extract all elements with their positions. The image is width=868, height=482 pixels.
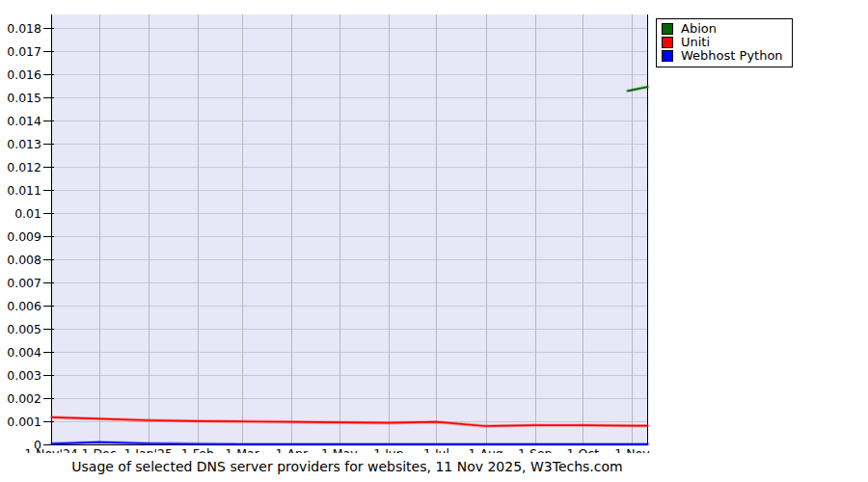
y-axis-tick-label: 0.016 [7, 67, 41, 82]
y-axis-tick-label: 0.011 [7, 183, 41, 198]
y-axis-tick-label: 0.018 [7, 21, 41, 36]
x-axis-tick-label: 1 Oct [567, 446, 600, 453]
x-axis-tick-label: 1 May [321, 446, 358, 453]
legend-label: Uniti [681, 36, 710, 49]
y-axis-tick-label: 0.005 [7, 322, 41, 336]
legend-item-uniti: Uniti [662, 36, 786, 49]
legend-label: Abion [681, 22, 717, 36]
x-axis-tick-label: 1 Nov [614, 446, 650, 453]
y-axis-tick-label: 0.015 [7, 91, 41, 105]
x-axis-tick-label: 1 Jan'25 [123, 446, 173, 453]
x-axis-tick-label: 1 Aug [468, 446, 502, 453]
legend-swatch-icon [662, 23, 673, 35]
chart-caption: Usage of selected DNS server providers f… [71, 459, 622, 474]
x-axis-tick-label: 1 Dec [81, 446, 116, 453]
y-axis-tick-label: 0.014 [7, 114, 41, 128]
y-axis-tick-label: 0.013 [7, 137, 41, 151]
chart-plot: 00.0010.0020.0030.0040.0050.0060.0070.00… [0, 0, 868, 453]
legend-item-webhost-python: Webhost Python [662, 49, 786, 63]
y-axis-tick-label: 0.009 [7, 229, 41, 244]
x-axis-tick-label: 1 Jun [373, 446, 403, 453]
y-axis-tick-label: 0.006 [7, 299, 41, 313]
y-axis-tick-label: 0.001 [7, 415, 41, 429]
plot-area [51, 14, 648, 444]
x-axis-tick-label: 1 Nov'24 [24, 446, 78, 453]
w3techs-usage-chart: 00.0010.0020.0030.0040.0050.0060.0070.00… [0, 0, 868, 482]
x-axis-tick-label: 1 Mar [225, 446, 259, 453]
x-axis-tick-label: 1 Jul [423, 446, 449, 453]
legend-swatch-icon [662, 37, 673, 48]
y-axis-tick-label: 0.003 [7, 368, 41, 383]
y-axis-tick-label: 0.002 [7, 391, 41, 406]
x-axis-tick-label: 1 Sep [518, 446, 553, 453]
y-axis-tick-label: 0.01 [14, 206, 41, 221]
y-axis-tick-label: 0.008 [7, 253, 41, 267]
y-axis-tick-label: 0.012 [7, 160, 41, 174]
legend-item-abion: Abion [662, 22, 786, 36]
y-axis-tick-label: 0.004 [7, 345, 41, 360]
y-axis-tick-label: 0.017 [7, 44, 41, 59]
legend: AbionUnitiWebhost Python [656, 18, 793, 67]
x-axis-tick-label: 1 Feb [181, 446, 214, 453]
legend-label: Webhost Python [681, 49, 783, 63]
x-axis-tick-label: 1 Apr [275, 446, 308, 453]
legend-swatch-icon [662, 50, 673, 62]
y-axis-tick-label: 0.007 [7, 276, 41, 290]
